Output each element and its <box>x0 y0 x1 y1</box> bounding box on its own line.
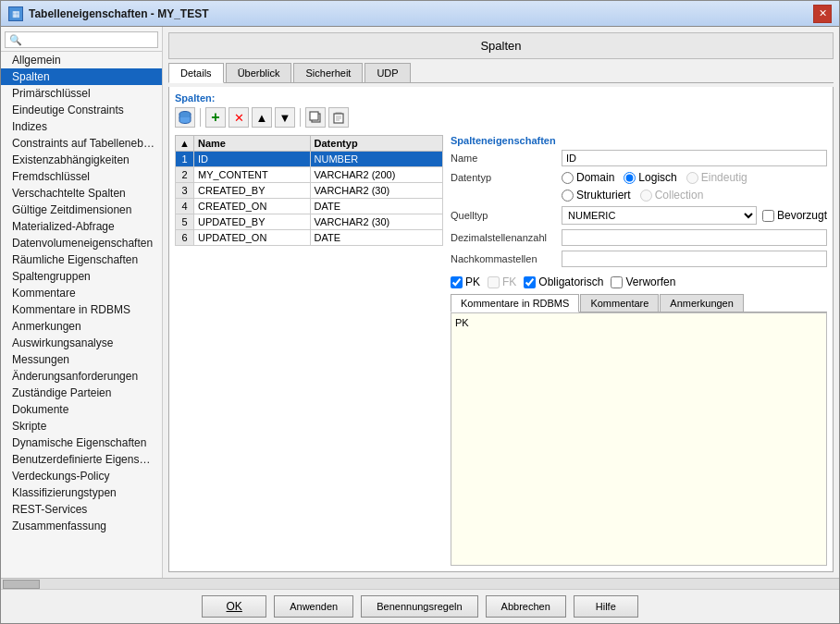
sidebar-item-primärschlüssel[interactable]: Primärschlüssel <box>1 85 162 102</box>
sidebar-item-existenzabhängigkeiten[interactable]: Existenzabhängigkeiten <box>1 152 162 168</box>
tab-sicherheit[interactable]: Sicherheit <box>293 63 363 82</box>
hilfe-button[interactable]: Hilfe <box>574 595 638 618</box>
sidebar-item-rest-services[interactable]: REST-Services <box>1 501 162 518</box>
main-content: AllgemeinSpaltenPrimärschlüsselEindeutig… <box>1 27 839 578</box>
sidebar-item-verdeckungs-policy[interactable]: Verdeckungs-Policy <box>1 468 162 484</box>
row-num: 1 <box>176 152 194 167</box>
table-row[interactable]: 6UPDATED_ONDATE <box>176 230 443 246</box>
table-row[interactable]: 3CREATED_BYVARCHAR2 (30) <box>176 183 443 199</box>
datatype-row: Datentyp Domain Logisch <box>451 171 827 184</box>
radio-logisch-item[interactable]: Logisch <box>624 171 676 184</box>
sidebar-item-messungen[interactable]: Messungen <box>1 351 162 368</box>
radio-eindeutig-item: Eindeutig <box>686 171 747 184</box>
tab-details[interactable]: Details <box>168 63 224 83</box>
sub-tab-kommentare-in-rdbms[interactable]: Kommentare in RDBMS <box>451 294 579 312</box>
ok-button[interactable]: OK <box>202 595 266 618</box>
table-row[interactable]: 1IDNUMBER <box>176 152 443 167</box>
obligatorisch-checkbox[interactable] <box>524 276 536 288</box>
benennungsregeln-button[interactable]: Benennungsregeln <box>361 595 477 618</box>
radio-strukturiert-item[interactable]: Strukturiert <box>562 189 631 202</box>
bottom-bar: OK Anwenden Benennungsregeln Abbrechen H… <box>1 589 839 623</box>
row-datatype: VARCHAR2 (200) <box>310 167 442 183</box>
scrollbar-thumb[interactable] <box>3 580 40 589</box>
radio-logisch[interactable] <box>624 172 636 184</box>
row-num: 2 <box>176 167 194 183</box>
move-up-button[interactable]: ▲ <box>252 107 272 128</box>
row-datatype: DATE <box>310 230 442 246</box>
sidebar-item-zusammenfassung[interactable]: Zusammenfassung <box>1 518 162 534</box>
column-table: ▲ Name Datentyp 1IDNUMBER2MY_CONTENTVARC… <box>175 135 443 246</box>
tab-überblick[interactable]: Überblick <box>226 63 292 82</box>
sidebar-items-list: AllgemeinSpaltenPrimärschlüsselEindeutig… <box>1 52 162 534</box>
source-select[interactable]: NUMERIC <box>562 206 757 225</box>
radio-domain-item[interactable]: Domain <box>562 171 614 184</box>
sort-header[interactable]: ▲ <box>176 136 194 152</box>
row-name: UPDATED_BY <box>194 214 311 230</box>
window-title: Tabelleneigenschaften - MY_TEST <box>29 7 208 20</box>
sub-tab-kommentare[interactable]: Kommentare <box>580 294 659 312</box>
name-value-container <box>562 150 827 166</box>
table-row[interactable]: 2MY_CONTENTVARCHAR2 (200) <box>176 167 443 183</box>
nachkomma-input[interactable] <box>562 251 827 267</box>
delete-column-button[interactable]: ✕ <box>229 107 249 128</box>
dezimal-value-container <box>562 229 827 246</box>
bevorzugt-item[interactable]: Bevorzugt <box>762 209 827 222</box>
sub-tab-anmerkungen[interactable]: Anmerkungen <box>660 294 744 312</box>
sidebar-item-dynamische-eigenschaften[interactable]: Dynamische Eigenschaften <box>1 434 162 451</box>
verworfen-item[interactable]: Verworfen <box>611 275 675 288</box>
row-datatype: DATE <box>310 199 442 214</box>
radio-domain[interactable] <box>562 172 574 184</box>
close-button[interactable]: ✕ <box>813 5 832 23</box>
sidebar-item-indizes[interactable]: Indizes <box>1 118 162 135</box>
row-num: 6 <box>176 230 194 246</box>
db-toolbar-icon[interactable] <box>175 107 195 128</box>
dezimal-label: Dezimalstellenanzahl <box>451 232 562 243</box>
sidebar-item-spaltengruppen[interactable]: Spaltengruppen <box>1 268 162 285</box>
name-input[interactable] <box>562 150 827 166</box>
sidebar-item-benutzerdefinierte-eigenschaft[interactable]: Benutzerdefinierte Eigenschaft <box>1 451 162 468</box>
table-row[interactable]: 4CREATED_ONDATE <box>176 199 443 214</box>
row-name: UPDATED_ON <box>194 230 311 246</box>
dezimal-row: Dezimalstellenanzahl <box>451 229 827 246</box>
pk-checkbox[interactable] <box>451 276 463 288</box>
radio-strukturiert[interactable] <box>562 190 574 202</box>
sidebar: AllgemeinSpaltenPrimärschlüsselEindeutig… <box>1 27 163 578</box>
sidebar-item-klassifizierungstypen[interactable]: Klassifizierungstypen <box>1 484 162 501</box>
copy-button[interactable] <box>305 107 326 128</box>
comment-area[interactable]: PK <box>451 312 827 566</box>
tab-udp[interactable]: UDP <box>364 63 410 82</box>
sidebar-item-allgemein[interactable]: Allgemein <box>1 52 162 68</box>
sidebar-item-gültige-zeitdimensionen[interactable]: Gültige Zeitdimensionen <box>1 202 162 218</box>
sidebar-item-kommentare-in-rdbms[interactable]: Kommentare in RDBMS <box>1 301 162 318</box>
add-column-button[interactable]: + <box>205 107 226 128</box>
sidebar-item-verschachtelte-spalten[interactable]: Verschachtelte Spalten <box>1 185 162 202</box>
sidebar-item-auswirkungsanalyse[interactable]: Auswirkungsanalyse <box>1 335 162 351</box>
sidebar-item-eindeutige-constraints[interactable]: Eindeutige Constraints <box>1 102 162 118</box>
abbrechen-button[interactable]: Abbrechen <box>486 595 566 618</box>
sidebar-item-kommentare[interactable]: Kommentare <box>1 285 162 301</box>
radio-collection <box>640 190 652 202</box>
table-row[interactable]: 5UPDATED_BYVARCHAR2 (30) <box>176 214 443 230</box>
dezimal-input[interactable] <box>562 229 827 246</box>
obligatorisch-item[interactable]: Obligatorisch <box>524 275 603 288</box>
verworfen-checkbox[interactable] <box>611 276 623 288</box>
sidebar-item-änderungsanforderungen[interactable]: Änderungsanforderungen <box>1 368 162 385</box>
pk-item[interactable]: PK <box>451 275 480 288</box>
sidebar-item-anmerkungen[interactable]: Anmerkungen <box>1 318 162 335</box>
sidebar-item-materialized-abfrage[interactable]: Materialized-Abfrage <box>1 218 162 235</box>
sidebar-item-spalten[interactable]: Spalten <box>1 68 162 85</box>
name-row: Name <box>451 150 827 166</box>
move-down-button[interactable]: ▼ <box>275 107 295 128</box>
sidebar-item-zuständige-parteien[interactable]: Zuständige Parteien <box>1 385 162 401</box>
bevorzugt-checkbox[interactable] <box>762 210 774 222</box>
sidebar-item-fremdschlüssel[interactable]: Fremdschlüssel <box>1 168 162 185</box>
paste-button[interactable] <box>328 107 349 128</box>
sidebar-item-datenvolumeneigenschaften[interactable]: Datenvolumeneigenschaften <box>1 235 162 251</box>
sidebar-item-räumliche-eigenschaften[interactable]: Räumliche Eigenschaften <box>1 251 162 268</box>
anwenden-button[interactable]: Anwenden <box>274 595 353 618</box>
horizontal-scrollbar[interactable] <box>1 578 839 589</box>
sidebar-search-input[interactable] <box>5 31 158 48</box>
sidebar-item-constraints-auf-tabelleneben[interactable]: Constraints auf Tabelleneben <box>1 135 162 152</box>
sidebar-item-dokumente[interactable]: Dokumente <box>1 401 162 418</box>
sidebar-item-skripte[interactable]: Skripte <box>1 418 162 434</box>
